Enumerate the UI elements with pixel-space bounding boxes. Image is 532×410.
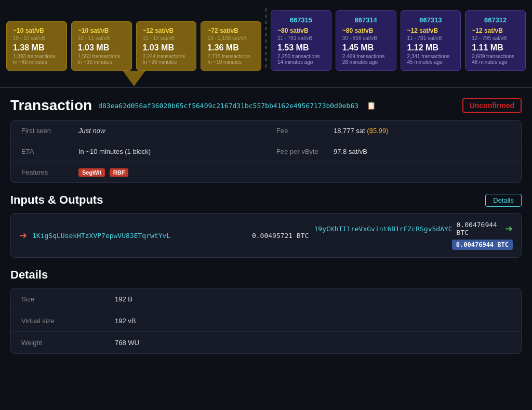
block-time: In ~20 minutes (143, 59, 190, 65)
detail-size-label: Size (21, 295, 115, 303)
eta-label: ETA (21, 148, 68, 155)
pending-block-2[interactable]: ~10 sat/vB 10 - 11 sat/vB 1.03 MB 1,553 … (71, 21, 132, 71)
block-fee-range: 11 - 13 sat/vB (143, 35, 190, 41)
eta-value: In ~10 minutes (1 block) (78, 148, 151, 155)
unconfirmed-badge[interactable]: Unconfirmed (462, 98, 522, 113)
block-fee-rate: ~12 sat/vB (143, 27, 190, 34)
detail-weight-value: 768 WU (115, 339, 139, 347)
block-txs: 2,609 transactions (472, 54, 519, 59)
detail-row-weight: Weight 768 WU (11, 332, 521, 353)
block-time: 48 minutes ago (472, 59, 519, 65)
block-fee-range: 12 - 795 sat/vB (472, 35, 519, 41)
details-title: Details (10, 268, 48, 282)
info-row-eta: ETA In ~10 minutes (1 block) Fee per vBy… (11, 141, 521, 162)
info-cell-first-seen: First seen Just now (11, 121, 266, 141)
block-size: 1.38 MB (13, 43, 60, 52)
blocks-divider (265, 8, 267, 71)
pending-block-1[interactable]: ~10 sat/vB 10 - 10 sat/vB 1.38 MB 1,093 … (6, 21, 67, 71)
block-txs: 1,093 transactions (13, 54, 60, 59)
input-arrow-icon: ➜ (19, 230, 27, 241)
output-badge: 0.00476944 BTC (452, 240, 513, 250)
pending-block-3[interactable]: ~12 sat/vB 11 - 13 sat/vB 1.03 MB 2,244 … (136, 21, 197, 71)
block-size: 1.03 MB (143, 43, 190, 52)
pending-block-4[interactable]: ~72 sat/vB 13 - 2,188 sat/vB 1.36 MB 2,7… (201, 21, 261, 71)
tx-title-area: Transaction d83ea62d056af36020b65cf56409… (10, 97, 376, 114)
block-fee-rate: ~10 sat/vB (13, 27, 60, 34)
block-size: 1.45 MB (342, 43, 390, 52)
info-cell-eta: ETA In ~10 minutes (1 block) (11, 141, 266, 162)
output-arrow-icon: ➜ (505, 223, 513, 234)
details-card: Size 192 B Virtual size 192 vB Weight 76… (10, 288, 522, 354)
io-output-row: 19yCKhTI1reVxGvint6B1rFZcRSgv5dAYC 0.004… (314, 221, 513, 236)
detail-weight-label: Weight (21, 339, 115, 347)
fee-label: Fee (276, 127, 323, 135)
first-seen-label: First seen (21, 127, 68, 135)
block-txs: 1,553 transactions (78, 54, 125, 59)
block-txs: 2,250 transactions (277, 54, 325, 59)
block-fee-rate: ~72 sat/vB (207, 27, 255, 34)
confirmed-block-4[interactable]: 667312 ~12 sat/vB 12 - 795 sat/vB 1.11 M… (465, 10, 526, 71)
transaction-title: Transaction (10, 97, 92, 114)
block-size: 1.12 MB (407, 43, 455, 52)
block-arrow (123, 71, 145, 86)
io-card: ➜ 1KigSqLUsekHTzXVP7epwVU83ETqrwtYvL 0.0… (10, 213, 522, 258)
info-row-first-seen: First seen Just now Fee 18,777 sat ($5.9… (11, 121, 521, 141)
block-size: 1.11 MB (472, 43, 519, 52)
block-size: 1.53 MB (277, 43, 325, 52)
block-time: 14 minutes ago (277, 59, 325, 65)
block-size: 1.36 MB (207, 43, 255, 52)
output-address[interactable]: 19yCKhTI1reVxGvint6B1rFZcRSgv5dAYC (314, 225, 453, 233)
block-fee-range: 10 - 10 sat/vB (13, 35, 60, 41)
confirmed-block-2[interactable]: 667314 ~80 sat/vB 30 - 856 sat/vB 1.45 M… (336, 10, 396, 71)
transaction-header: Transaction d83ea62d056af36020b65cf56409… (10, 97, 522, 114)
block-number: 667314 (342, 16, 390, 24)
transaction-info-card: First seen Just now Fee 18,777 sat ($5.9… (10, 120, 522, 183)
features-value: SegWit RBF (78, 168, 128, 176)
block-size: 1.03 MB (78, 43, 125, 52)
block-fee-rate: ~10 sat/vB (78, 27, 125, 34)
io-row: ➜ 1KigSqLUsekHTzXVP7epwVU83ETqrwtYvL 0.0… (19, 221, 513, 250)
rbf-badge: RBF (110, 168, 129, 177)
block-fee-rate: ~80 sat/vB (277, 27, 325, 34)
block-time: In ~30 minutes (78, 59, 125, 65)
fee-usd: ($5.99) (367, 127, 388, 135)
details-section-header: Details (10, 268, 522, 282)
block-time: In ~10 minutes (207, 59, 255, 65)
inputs-outputs-header: Inputs & Outputs Details (10, 193, 522, 207)
info-cell-fee: Fee 18,777 sat ($5.99) (266, 121, 521, 141)
fee-per-vbyte-label: Fee per vByte (276, 148, 323, 155)
fee-value: 18,777 sat ($5.99) (334, 127, 389, 135)
confirmed-block-3[interactable]: 667313 ~12 sat/vB 11 - 781 sat/vB 1.12 M… (401, 10, 461, 71)
detail-row-size: Size 192 B (11, 288, 521, 310)
transaction-hash[interactable]: d83ea62d056af36020b65cf56409c2167d31bc55… (98, 102, 358, 110)
detail-row-vsize: Virtual size 192 vB (11, 310, 521, 332)
output-amount: 0.00476944 BTC (457, 221, 501, 236)
main-content: Transaction d83ea62d056af36020b65cf56409… (0, 88, 532, 364)
block-fee-range: 10 - 11 sat/vB (78, 35, 125, 41)
first-seen-value: Just now (78, 127, 105, 135)
details-button[interactable]: Details (485, 194, 522, 207)
detail-vsize-value: 192 vB (115, 317, 136, 325)
input-amount: 0.00495721 BTC (236, 232, 309, 240)
inputs-outputs-title: Inputs & Outputs (10, 193, 103, 207)
block-txs: 2,715 transactions (207, 54, 255, 59)
confirmed-block-1[interactable]: 667315 ~80 sat/vB 21 - 781 sat/vB 1.53 M… (271, 10, 331, 71)
block-number: 667315 (277, 16, 325, 24)
copy-icon[interactable]: 📋 (367, 101, 376, 110)
input-address[interactable]: 1KigSqLUsekHTzXVP7epwVU83ETqrwtYvL (32, 232, 231, 240)
block-txs: 2,469 transactions (342, 54, 390, 59)
features-label: Features (21, 168, 68, 176)
io-output-area: 19yCKhTI1reVxGvint6B1rFZcRSgv5dAYC 0.004… (314, 221, 513, 250)
block-fee-rate: ~80 sat/vB (342, 27, 390, 34)
blocks-strip: ~10 sat/vB 10 - 10 sat/vB 1.38 MB 1,093 … (0, 0, 532, 71)
block-txs: 2,244 transactions (143, 54, 190, 59)
block-fee-rate: ~12 sat/vB (407, 27, 455, 34)
block-time: 28 minutes ago (342, 59, 390, 65)
info-row-features: Features SegWit RBF (11, 162, 521, 182)
info-cell-fee-per-vbyte: Fee per vByte 97.8 sat/vB (266, 141, 521, 162)
block-txs: 2,341 transactions (407, 54, 455, 59)
detail-size-value: 192 B (115, 295, 132, 303)
block-time: 45 minutes ago (407, 59, 455, 65)
block-time: In ~40 minutes (13, 59, 60, 65)
block-number: 667312 (472, 16, 519, 24)
